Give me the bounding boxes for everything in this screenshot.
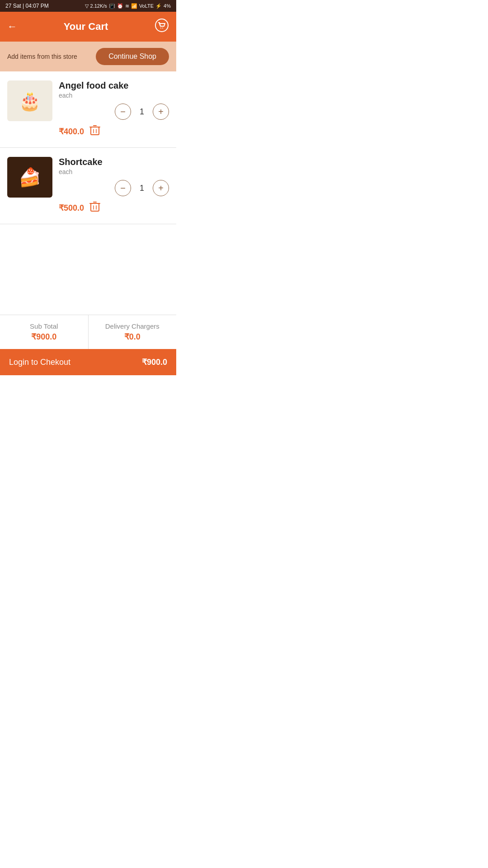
cart-icon-button[interactable]: [155, 18, 169, 35]
cart-item: 🍰 Shortcake each − 1 + ₹500.0: [0, 148, 176, 224]
item-details-shortcake: Shortcake each − 1 + ₹500.0: [59, 157, 169, 215]
continue-banner: Add items from this store Continue Shop: [0, 42, 176, 71]
back-button[interactable]: ←: [7, 21, 17, 33]
alarm-icon: ⏰: [117, 3, 123, 9]
item-image-shortcake: 🍰: [7, 157, 52, 198]
checkout-label: Login to Chekout: [9, 358, 70, 367]
quantity-value: 1: [137, 184, 146, 193]
cart-item: 🎂 Angel food cake each − 1 + ₹400.0: [0, 71, 176, 148]
trash-icon: [89, 124, 100, 136]
delivery-label: Delivery Chargers: [94, 322, 171, 330]
network-icon: ▽: [85, 3, 89, 9]
item-price: ₹500.0: [59, 203, 84, 213]
wifi-icon: ≋: [125, 3, 129, 9]
status-icons: ▽ 2.12K/s 📳 ⏰ ≋ 📶 VoLTE ⚡ 4%: [85, 3, 171, 9]
increase-quantity-button[interactable]: +: [153, 180, 169, 196]
delete-item-button[interactable]: [89, 201, 100, 215]
status-time: 27 Sat | 04:07 PM: [5, 3, 49, 9]
checkout-total: ₹900.0: [142, 357, 167, 367]
decrease-quantity-button[interactable]: −: [115, 104, 131, 120]
volte-label: VoLTE: [139, 3, 154, 9]
status-bar: 27 Sat | 04:07 PM ▽ 2.12K/s 📳 ⏰ ≋ 📶 VoLT…: [0, 0, 176, 12]
svg-point-0: [155, 19, 168, 32]
subtotal-section: Sub Total ₹900.0: [0, 315, 89, 349]
item-unit: each: [59, 92, 169, 99]
item-name: Angel food cake: [59, 80, 169, 91]
subtotal-value: ₹900.0: [5, 332, 83, 342]
increase-quantity-button[interactable]: +: [153, 104, 169, 120]
svg-rect-4: [91, 127, 99, 135]
content-spacer: [0, 224, 176, 315]
item-details-angel-food-cake: Angel food cake each − 1 + ₹400.0: [59, 80, 169, 138]
cart-icon: [155, 18, 169, 33]
item-unit: each: [59, 168, 169, 175]
delivery-section: Delivery Chargers ₹0.0: [89, 315, 177, 349]
order-summary: Sub Total ₹900.0 Delivery Chargers ₹0.0: [0, 315, 176, 349]
delete-item-button[interactable]: [89, 124, 100, 138]
signal-icon: 📶: [131, 3, 137, 9]
item-name: Shortcake: [59, 157, 169, 167]
network-speed: 2.12K/s: [90, 3, 107, 9]
item-price-row: ₹500.0: [59, 201, 169, 215]
delivery-value: ₹0.0: [94, 332, 171, 342]
item-price: ₹400.0: [59, 127, 84, 137]
quantity-controls: − 1 +: [59, 104, 169, 120]
decrease-quantity-button[interactable]: −: [115, 180, 131, 196]
trash-icon: [89, 201, 100, 212]
subtotal-label: Sub Total: [5, 322, 83, 330]
header: ← Your Cart: [0, 12, 176, 42]
item-image-angel-food-cake: 🎂: [7, 80, 52, 121]
vibrate-icon: 📳: [109, 3, 115, 9]
banner-text: Add items from this store: [7, 53, 77, 60]
cart-items-list: 🎂 Angel food cake each − 1 + ₹400.0: [0, 71, 176, 224]
page-title: Your Cart: [64, 21, 108, 33]
quantity-controls: − 1 +: [59, 180, 169, 196]
svg-rect-9: [91, 203, 99, 211]
item-price-row: ₹400.0: [59, 124, 169, 138]
checkout-bar[interactable]: Login to Chekout ₹900.0: [0, 349, 176, 375]
quantity-value: 1: [137, 107, 146, 117]
continue-shop-button[interactable]: Continue Shop: [96, 48, 169, 65]
charging-icon: ⚡: [155, 3, 162, 9]
battery-level: 4%: [164, 3, 171, 9]
